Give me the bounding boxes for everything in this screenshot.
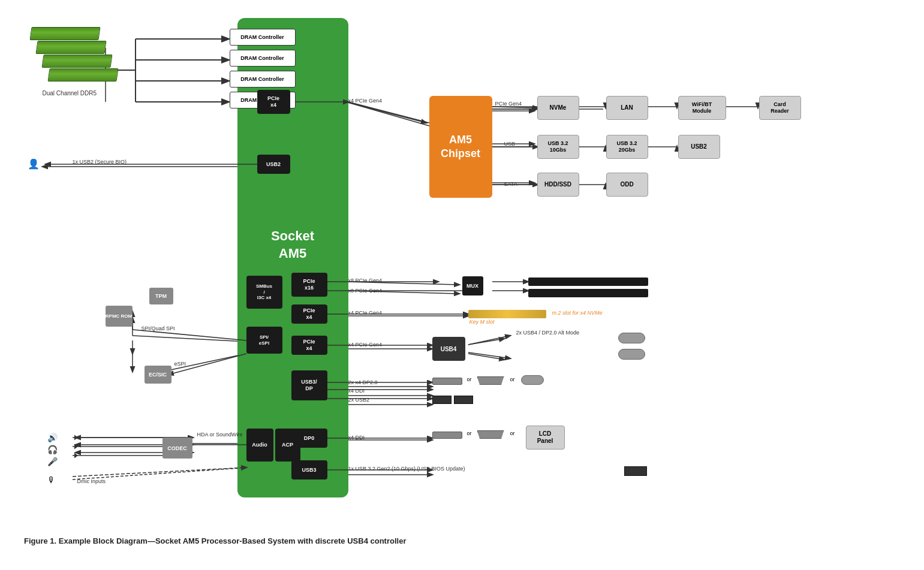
- usb2-chipset-box: USB2: [678, 135, 720, 159]
- nvme-box: NVMe: [537, 96, 579, 120]
- usb4-chip: USB4: [432, 337, 465, 361]
- figure-caption: Figure 1. Example Block Diagram—Socket A…: [24, 536, 912, 545]
- rpmc-rom-chip: RPMC ROM: [106, 306, 133, 327]
- mic-icon: 🎤: [47, 457, 58, 466]
- usb32-10-box: USB 3.210Gbs: [537, 135, 579, 159]
- or-text-3: or: [467, 430, 472, 436]
- ram-stick-4: [47, 68, 118, 82]
- espi-label: eSPI: [174, 361, 186, 367]
- smbus-block: SMBus/I3C x4: [246, 276, 282, 309]
- svg-line-17: [468, 339, 504, 345]
- usb32-20-box: USB 3.220Gbs: [606, 135, 648, 159]
- dp20-label: 2x x4 DP2.0: [348, 379, 378, 385]
- spi-quad-label: SPI/Quad SPI: [142, 325, 175, 331]
- usbc-connector-1: [618, 333, 645, 343]
- tpm-chip: TPM: [149, 288, 173, 304]
- or-text-1: or: [467, 376, 472, 382]
- ddi-label-1: x4 DDI: [348, 388, 365, 394]
- headphone-icon: 🎧: [47, 445, 58, 454]
- usb-person-icon: 👤: [28, 158, 40, 170]
- pcie-gen4-label: x4 PCIe Gen4: [348, 98, 383, 104]
- pcie-x4-top-block: PCIex4: [257, 90, 290, 114]
- usb-a-bios: [624, 466, 647, 476]
- pcie-x4-m2-block: PCIex4: [291, 304, 327, 324]
- usbc-small-1: [521, 375, 544, 385]
- svg-line-7: [346, 102, 426, 123]
- svg-line-32: [73, 468, 248, 479]
- lcd-panel-box: LCDPanel: [526, 426, 565, 450]
- usb3dp-block: USB3/DP: [291, 370, 327, 400]
- svg-line-18: [468, 354, 504, 360]
- dmic-label: Dmic Inputs: [77, 478, 106, 484]
- hdmi-connector-2: [477, 430, 504, 439]
- or-text-4: or: [510, 430, 515, 436]
- ddr5-label: Dual Channel DDR5: [43, 90, 97, 96]
- ram-stick-2: [35, 41, 106, 54]
- card-reader-box: CardReader: [759, 96, 801, 120]
- svg-line-51: [348, 102, 429, 123]
- 2x-usb2-label: 2x USB2: [348, 397, 370, 403]
- am5-chipset: AM5Chipset: [429, 96, 492, 198]
- svg-line-73: [73, 468, 246, 476]
- usb-chipset-label: USB: [504, 141, 516, 147]
- dmic-icon: 🎙: [47, 475, 56, 485]
- ddi-dp0-label: x4 DDI: [348, 435, 365, 441]
- x8-pcie-gen4-label-1: x8 PCIe Gen4: [348, 278, 383, 284]
- usb3-bottom-block: USB3: [291, 460, 327, 479]
- hda-label: HDA or SoundWire: [197, 432, 243, 439]
- audio-block: Audio: [246, 429, 273, 462]
- ec-sic-chip: EC/SIC: [145, 366, 171, 384]
- spi-espi-block: SPI/eSPI: [246, 327, 282, 354]
- dram-ctrl-3: DRAM Controller: [230, 71, 296, 88]
- x8-pcie-gen4-label-2: x8 PCIe Gen4: [348, 288, 383, 294]
- lan-box: LAN: [606, 96, 648, 120]
- socket-am5-label: SocketAM5: [249, 228, 336, 262]
- pcie-x16-block: PCIex16: [291, 273, 327, 297]
- odd-box: ODD: [606, 173, 648, 197]
- acp-block: ACP: [275, 429, 300, 462]
- hdd-ssd-box: HDD/SSD: [537, 173, 579, 197]
- block-diagram: Dual Channel DDR5 DRAM Controller DRAM C…: [13, 12, 912, 533]
- diagram-lines: [13, 12, 912, 533]
- chipset-lines: [13, 12, 912, 533]
- mux-box: MUX: [462, 276, 483, 295]
- hdmi-connector-1: [477, 376, 504, 385]
- dram-ctrl-1: DRAM Controller: [230, 29, 296, 46]
- speaker-icon: 🔊: [47, 433, 58, 442]
- key-m-label: Key M slot: [469, 319, 495, 325]
- pcie-gen4-chipset-top: PCIe Gen4: [495, 101, 522, 107]
- dram-ctrl-2: DRAM Controller: [230, 50, 296, 67]
- usbc-connector-2: [618, 349, 645, 360]
- usb-a-2: [454, 396, 473, 404]
- wifi-bt-box: WiFi/BTModule: [678, 96, 726, 120]
- dp-connector-2: [432, 432, 462, 439]
- pcie-slot-1: [528, 278, 648, 286]
- m2-nvme-label: m.2 slot for x4 NVMe: [552, 310, 603, 316]
- x4-pcie-usb4-label: x4 PCIe Gen4: [348, 342, 383, 348]
- pcie-slot-2: [528, 289, 648, 297]
- ram-stick-3: [41, 55, 112, 68]
- svg-line-35: [492, 107, 538, 108]
- svg-line-74: [346, 102, 429, 126]
- pcie-x4-usb4-block: PCIex4: [291, 336, 327, 355]
- m2-slot: [468, 310, 546, 318]
- sata-chipset-label: SATA: [504, 181, 517, 187]
- usb3-bios-label: 1x USB 3.2 Gen2 (10 Gbps) (USB BIOS Upda…: [348, 466, 465, 472]
- or-text-2: or: [510, 376, 515, 382]
- usb4-dp-label: 2x USB4 / DP2.0 Alt Mode: [516, 330, 580, 337]
- codec-chip: CODEC: [162, 438, 192, 459]
- usb2-top-block: USB2: [257, 155, 290, 174]
- x4-pcie-m2-label: x4 PCIe Gen4: [348, 310, 383, 316]
- usb-a-1: [432, 396, 452, 404]
- svg-line-24: [133, 336, 246, 342]
- ram-stick-1: [29, 27, 100, 40]
- svg-line-56: [468, 336, 510, 345]
- svg-line-57: [468, 352, 510, 358]
- dp-connector-1: [432, 378, 462, 385]
- usb2-secure-label: 1x USB2 (Secure BIO): [73, 159, 127, 165]
